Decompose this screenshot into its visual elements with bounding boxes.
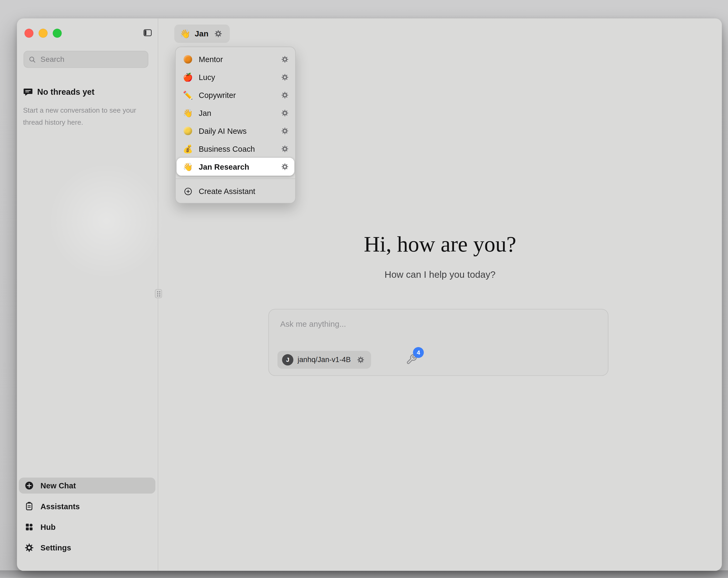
- app-window: No threads yet Start a new conversation …: [17, 19, 722, 571]
- lucy-emoji-icon: 🍎: [182, 72, 193, 82]
- assistant-settings-gear-icon[interactable]: [279, 90, 290, 101]
- sidebar-toggle-button[interactable]: [141, 26, 154, 39]
- main-area: 👋 Jan Mentor🍎Lucy✏️Copywriter👋JanDaily A…: [158, 19, 722, 571]
- assistant-settings-gear-icon[interactable]: [279, 161, 290, 172]
- jan-emoji-icon: 👋: [182, 108, 193, 118]
- sidebar-item-label: Settings: [41, 543, 71, 552]
- model-name: janhq/Jan-v1-4B: [297, 356, 351, 364]
- assistant-menu-item-copywriter[interactable]: ✏️Copywriter: [176, 86, 295, 104]
- assistant-menu-item-label: Lucy: [199, 73, 274, 82]
- chat-bubble-icon: [23, 87, 33, 97]
- assistant-menu-item-lucy[interactable]: 🍎Lucy: [176, 68, 295, 86]
- sidebar-item-new-chat[interactable]: New Chat: [19, 478, 155, 494]
- minimize-button[interactable]: [38, 29, 47, 37]
- sidebar-item-label: Hub: [41, 523, 55, 531]
- tools-count-badge: 4: [413, 347, 424, 358]
- empty-state-title: No threads yet: [37, 87, 95, 97]
- model-avatar: J: [282, 354, 293, 366]
- sidebar-nav: New ChatAssistantsHubSettings: [19, 478, 155, 561]
- create-assistant-label: Create Assistant: [199, 187, 255, 196]
- sidebar-resize-handle[interactable]: [155, 289, 162, 298]
- chat-input[interactable]: [280, 320, 586, 341]
- sidebar-item-settings[interactable]: Settings: [19, 540, 155, 556]
- assistant-settings-gear-icon[interactable]: [279, 143, 290, 154]
- assistant-menu-item-label: Copywriter: [199, 91, 274, 100]
- greeting-subtitle: How can I help you today?: [158, 270, 722, 280]
- model-selector-button[interactable]: J janhq/Jan-v1-4B: [278, 351, 371, 369]
- assistant-menu-item-jan[interactable]: 👋Jan: [176, 104, 295, 122]
- chat-composer: J janhq/Jan-v1-4B 4: [268, 309, 608, 376]
- assistant-header-gear-icon[interactable]: [213, 28, 224, 39]
- business-coach-emoji-icon: 💰: [182, 144, 193, 154]
- assistant-settings-gear-icon[interactable]: [279, 107, 290, 119]
- desktop: No threads yet Start a new conversation …: [0, 0, 728, 578]
- gear-icon: [25, 543, 34, 552]
- assistant-menu-item-label: Business Coach: [199, 144, 274, 153]
- create-assistant-button[interactable]: Create Assistant: [176, 182, 295, 200]
- hub-icon: [25, 522, 34, 532]
- close-button[interactable]: [25, 29, 33, 37]
- assistant-menu-item-label: Daily AI News: [199, 127, 274, 135]
- menu-divider: [176, 178, 295, 179]
- model-settings-gear-icon[interactable]: [355, 354, 366, 366]
- window-controls: [25, 29, 62, 37]
- assistant-menu-item-mentor[interactable]: Mentor: [176, 50, 295, 68]
- copywriter-emoji-icon: ✏️: [182, 90, 193, 100]
- assistants-icon: [25, 501, 34, 511]
- tools-button[interactable]: 4: [405, 352, 419, 366]
- empty-state-description: Start a new conversation to see your thr…: [23, 104, 145, 129]
- search-input[interactable]: [41, 55, 144, 64]
- assistant-menu-item-daily-ai-news[interactable]: Daily AI News: [176, 122, 295, 140]
- assistant-menu-item-jan-research[interactable]: 👋Jan Research: [177, 158, 294, 176]
- sidebar-item-label: New Chat: [41, 481, 76, 490]
- sidebar-panel-icon: [142, 28, 152, 37]
- plus-circle-icon: [25, 481, 34, 490]
- sidebar-item-assistants[interactable]: Assistants: [19, 498, 155, 514]
- sidebar: No threads yet Start a new conversation …: [17, 19, 158, 571]
- greeting-title: Hi, how are you?: [158, 231, 722, 257]
- zoom-button[interactable]: [53, 29, 61, 37]
- wave-emoji-icon: 👋: [180, 28, 190, 39]
- sidebar-decorative-blob: [43, 157, 170, 284]
- search-field: [24, 51, 148, 68]
- assistant-settings-gear-icon[interactable]: [279, 125, 290, 136]
- mentor-circle-icon: [182, 55, 193, 64]
- assistant-menu-item-business-coach[interactable]: 💰Business Coach: [176, 140, 295, 158]
- sidebar-item-hub[interactable]: Hub: [19, 519, 155, 535]
- assistant-settings-gear-icon[interactable]: [279, 72, 290, 83]
- assistant-selector-label: Jan: [195, 29, 209, 38]
- plus-circle-outline-icon: [182, 187, 193, 196]
- desktop-floor: [0, 570, 728, 578]
- assistant-settings-gear-icon[interactable]: [279, 54, 290, 65]
- daily-ai-news-circle-icon: [182, 127, 193, 135]
- empty-state-header: No threads yet: [23, 87, 95, 97]
- assistant-selector-button[interactable]: 👋 Jan: [174, 25, 230, 43]
- assistant-menu-item-label: Mentor: [199, 55, 274, 64]
- drag-dots-icon: [156, 290, 161, 297]
- assistant-dropdown-menu: Mentor🍎Lucy✏️Copywriter👋JanDaily AI News…: [175, 47, 296, 203]
- search-icon: [28, 55, 36, 64]
- assistant-menu-item-label: Jan: [199, 109, 274, 118]
- sidebar-item-label: Assistants: [41, 502, 80, 510]
- jan-research-emoji-icon: 👋: [182, 162, 193, 172]
- assistant-menu-item-label: Jan Research: [199, 162, 274, 171]
